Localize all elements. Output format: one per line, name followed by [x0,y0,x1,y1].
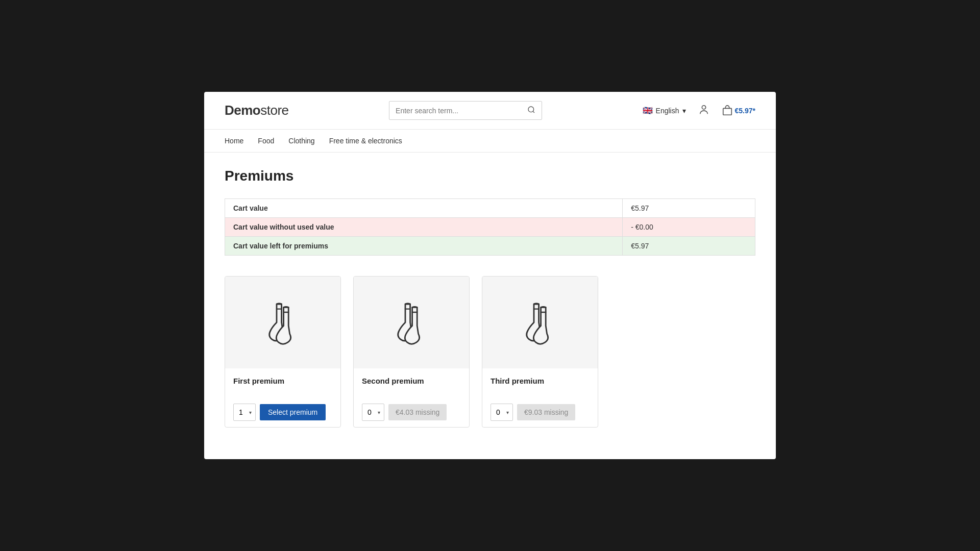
lang-switcher[interactable]: 🇬🇧 English ▾ [643,106,686,115]
bag-icon [722,105,733,116]
cart-value-1: €5.97 [623,199,755,218]
nav-food[interactable]: Food [258,137,274,145]
product-footer-first: 1 2 3 Select premium [225,397,340,427]
page-title: Premiums [225,168,755,184]
search-icon [527,106,535,114]
cart-summary-table: Cart value €5.97 Cart value without used… [225,198,755,256]
products-grid: First premium 1 2 3 Select premium [225,276,755,428]
product-info-third: Third premium [482,368,598,397]
site-header: Demostore 🇬🇧 English ▾ [204,92,776,130]
select-premium-button-first[interactable]: Select premium [260,404,326,420]
product-image-third [482,277,598,368]
svg-point-2 [702,105,705,109]
product-image-second [354,277,469,368]
logo-light: store [260,103,288,118]
table-row: Cart value without used value - €0.00 [225,218,755,237]
logo-bold: Demo [225,103,260,118]
product-card-first: First premium 1 2 3 Select premium [225,276,341,428]
browser-window: Demostore 🇬🇧 English ▾ [204,92,776,459]
header-right: 🇬🇧 English ▾ €5.97* [643,104,755,117]
socks-icon [520,299,560,345]
product-name-second: Second premium [362,377,461,385]
qty-wrapper-second: 0 1 2 [362,404,384,421]
product-name-first: First premium [233,377,332,385]
search-bar [389,101,542,120]
product-info-second: Second premium [354,368,469,397]
search-input[interactable] [389,103,521,119]
search-button[interactable] [521,102,542,119]
svg-point-0 [528,107,534,112]
main-nav: Home Food Clothing Free time & electroni… [204,130,776,153]
cart-value-2: - €0.00 [623,218,755,237]
chevron-down-icon: ▾ [682,107,686,115]
product-image-first [225,277,340,368]
missing-button-third: €9.03 missing [517,404,575,420]
cart-icon[interactable]: €5.97* [722,105,755,116]
table-row: Cart value left for premiums €5.97 [225,237,755,256]
qty-wrapper-first: 1 2 3 [233,404,256,421]
product-card-third: Third premium 0 1 2 €9.03 missing [482,276,598,428]
lang-label: English [656,107,679,115]
qty-select-second[interactable]: 0 1 2 [362,404,384,421]
product-footer-second: 0 1 2 €4.03 missing [354,397,469,427]
product-name-third: Third premium [491,377,590,385]
missing-button-second: €4.03 missing [388,404,447,420]
cart-label-2: Cart value without used value [225,218,623,237]
cart-label-3: Cart value left for premiums [225,237,623,256]
qty-select-first[interactable]: 1 2 3 [233,404,256,421]
site-logo[interactable]: Demostore [225,103,289,118]
svg-line-1 [533,111,534,113]
qty-select-third[interactable]: 0 1 2 [491,404,513,421]
svg-rect-3 [723,108,731,115]
product-card-second: Second premium 0 1 2 €4.03 missing [353,276,470,428]
table-row: Cart value €5.97 [225,199,755,218]
qty-wrapper-third: 0 1 2 [491,404,513,421]
cart-value-3: €5.97 [623,237,755,256]
socks-icon [262,299,303,345]
flag-icon: 🇬🇧 [643,106,653,115]
product-info-first: First premium [225,368,340,397]
socks-icon [391,299,432,345]
cart-price: €5.97* [735,107,755,115]
main-content: Premiums Cart value €5.97 Cart value wit… [204,153,776,448]
cart-label-1: Cart value [225,199,623,218]
person-icon [698,104,709,115]
user-icon[interactable] [698,104,709,117]
nav-clothing[interactable]: Clothing [288,137,314,145]
product-footer-third: 0 1 2 €9.03 missing [482,397,598,427]
nav-home[interactable]: Home [225,137,243,145]
nav-free-time[interactable]: Free time & electronics [329,137,402,145]
